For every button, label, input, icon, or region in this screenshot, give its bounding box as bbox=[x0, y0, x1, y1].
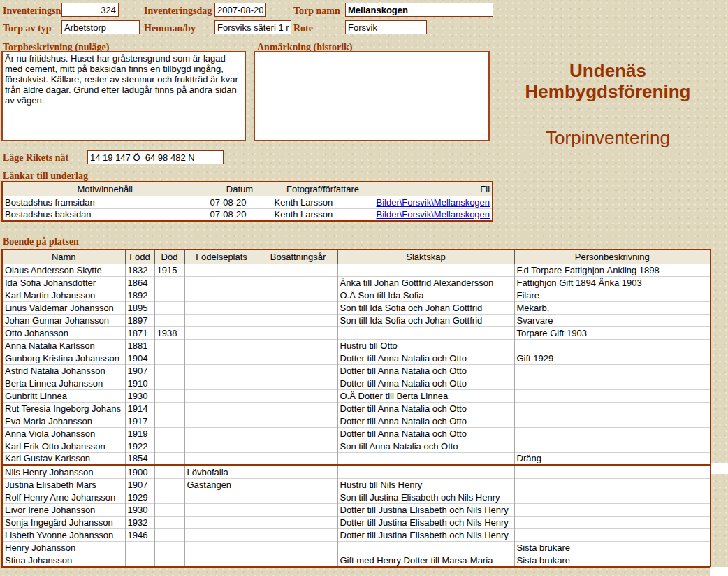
resident-bosattningsar-cell bbox=[259, 289, 337, 301]
rote-label: Rote bbox=[293, 23, 313, 34]
hemman-by-input[interactable] bbox=[214, 20, 291, 34]
link-fil-cell: Bilder\Forsvik\Mellanskogen bbox=[374, 208, 493, 221]
resident-slaktskap-cell bbox=[337, 466, 514, 479]
resident-fodelseplats-cell bbox=[184, 491, 259, 504]
resident-personbeskrivning-cell bbox=[514, 427, 711, 440]
resident-bosattningsar-cell bbox=[259, 452, 337, 465]
file-link[interactable]: Bilder\Forsvik\Mellanskogen bbox=[377, 197, 490, 208]
resident-bosattningsar-cell bbox=[259, 339, 337, 352]
resident-fodd-cell bbox=[125, 542, 154, 554]
resident-dod-cell: 1915 bbox=[154, 264, 184, 276]
inventeringsnr-input[interactable] bbox=[61, 3, 119, 17]
rote-input[interactable] bbox=[345, 20, 427, 34]
resident-personbeskrivning-cell bbox=[514, 415, 711, 427]
resident-slaktskap-cell: Dotter till Justina Elisabeth och Nils H… bbox=[337, 517, 514, 529]
resident-personbeskrivning-cell: Filare bbox=[514, 289, 711, 301]
resident-fodd-cell: 1892 bbox=[125, 289, 154, 301]
lage-input[interactable] bbox=[87, 150, 224, 164]
resident-row: Astrid Natalia Johansson 1907 Dotter til… bbox=[2, 364, 711, 377]
residents-col-namn: Namn bbox=[2, 250, 125, 264]
resident-row: Karl Erik Otto Johansson 1922 Son till A… bbox=[2, 440, 711, 452]
resident-namn-cell: Otto Johansson bbox=[2, 326, 125, 339]
org-title-line2: Hembygdsförening bbox=[493, 81, 723, 102]
resident-bosattningsar-cell bbox=[259, 402, 337, 415]
resident-slaktskap-cell: Dotter till Anna Natalia och Otto bbox=[337, 402, 514, 415]
resident-personbeskrivning-cell bbox=[514, 389, 711, 402]
resident-dod-cell: 1938 bbox=[154, 326, 184, 339]
resident-fodelseplats-cell bbox=[184, 504, 259, 517]
torp-av-typ-input[interactable] bbox=[61, 20, 140, 34]
background-seam bbox=[710, 567, 728, 576]
resident-fodelseplats-cell bbox=[184, 289, 259, 301]
resident-personbeskrivning-cell: F.d Torpare Fattighjon Änkling 1898 bbox=[514, 264, 711, 276]
link-fil-cell: Bilder\Forsvik\Mellanskogen bbox=[374, 196, 493, 208]
resident-personbeskrivning-cell: Gift 1929 bbox=[514, 352, 711, 364]
file-link[interactable]: Bilder\Forsvik\Mellanskogen bbox=[377, 209, 490, 219]
resident-bosattningsar-cell bbox=[259, 326, 337, 339]
resident-slaktskap-cell: Dotter till Anna Natalia och Otto bbox=[337, 415, 514, 427]
resident-personbeskrivning-cell bbox=[514, 491, 711, 504]
resident-fodelseplats-cell bbox=[184, 377, 259, 389]
resident-namn-cell: Rolf Henry Arne Johansson bbox=[2, 491, 125, 504]
resident-namn-cell: Sonja Ingegärd Johansson bbox=[2, 517, 125, 529]
resident-fodd-cell: 1900 bbox=[125, 466, 154, 479]
resident-row: Sonja Ingegärd Johansson 1932 Dotter til… bbox=[2, 517, 711, 529]
resident-row: Gunborg Kristina Johansson 1904 Dotter t… bbox=[2, 352, 711, 364]
resident-personbeskrivning-cell bbox=[514, 479, 711, 491]
resident-namn-cell: Karl Erik Otto Johansson bbox=[2, 440, 125, 452]
resident-namn-cell: Gunborg Kristina Johansson bbox=[2, 352, 125, 364]
resident-row: Stina Johansson Gift med Henry Dotter ti… bbox=[2, 554, 711, 567]
resident-namn-cell: Eivor Irene Johansson bbox=[2, 504, 125, 517]
resident-fodd-cell: 1907 bbox=[125, 364, 154, 377]
resident-personbeskrivning-cell bbox=[514, 504, 711, 517]
resident-row: Berta Linnea Johansson 1910 Dotter till … bbox=[2, 377, 711, 389]
resident-personbeskrivning-cell: Sista brukare bbox=[514, 542, 711, 554]
resident-bosattningsar-cell bbox=[259, 479, 337, 491]
resident-fodd-cell: 1919 bbox=[125, 427, 154, 440]
inventeringsdag-input[interactable] bbox=[214, 3, 266, 17]
torpinventering-page: Inventeringsnr Inventeringsdag Torp namn… bbox=[0, 0, 728, 576]
resident-row: Otto Johansson 1871 1938 Torpare Gift 19… bbox=[2, 326, 711, 339]
resident-namn-cell: Olaus Andersson Skytte bbox=[2, 264, 125, 276]
resident-slaktskap-cell bbox=[337, 326, 514, 339]
torpbeskrivning-textarea[interactable]: Är nu fritidshus. Huset har gråstensgrun… bbox=[1, 51, 246, 141]
resident-dod-cell bbox=[154, 479, 184, 491]
resident-row: Rut Teresia Ingeborg Johans 1914 Dotter … bbox=[2, 402, 711, 415]
resident-personbeskrivning-cell: Fattighjon Gift 1894 Änka 1903 bbox=[514, 276, 711, 289]
resident-namn-cell: Lisbeth Yvonne Johansson bbox=[2, 529, 125, 542]
resident-personbeskrivning-cell bbox=[514, 402, 711, 415]
resident-row: Johan Gunnar Johansson 1897 Son till Ida… bbox=[2, 314, 711, 326]
resident-fodd-cell: 1881 bbox=[125, 339, 154, 352]
resident-row: Anna Natalia Karlsson 1881 Hustru till O… bbox=[2, 339, 711, 352]
resident-fodelseplats-cell bbox=[184, 542, 259, 554]
resident-dod-cell bbox=[154, 276, 184, 289]
torp-av-typ-label: Torp av typ bbox=[3, 23, 52, 34]
resident-bosattningsar-cell bbox=[259, 264, 337, 276]
resident-slaktskap-cell: Dotter till Anna Natalia och Otto bbox=[337, 427, 514, 440]
resident-namn-cell: Linus Valdemar Johansson bbox=[2, 301, 125, 314]
resident-slaktskap-cell: Hustru till Nils Henry bbox=[337, 479, 514, 491]
resident-slaktskap-cell: Gift med Henry Dotter till Marsa-Maria bbox=[337, 554, 514, 567]
resident-fodd-cell: 1930 bbox=[125, 389, 154, 402]
resident-dod-cell bbox=[154, 289, 184, 301]
resident-slaktskap-cell: Son till Justina Elisabeth och Nils Henr… bbox=[337, 491, 514, 504]
resident-fodelseplats-cell bbox=[184, 301, 259, 314]
resident-bosattningsar-cell bbox=[259, 427, 337, 440]
resident-row: Nils Henry Johansson 1900 Lövbofalla bbox=[2, 466, 711, 479]
resident-fodd-cell: 1917 bbox=[125, 415, 154, 427]
resident-slaktskap-cell: Dotter till Anna Natalia och Otto bbox=[337, 364, 514, 377]
resident-fodelseplats-cell bbox=[184, 276, 259, 289]
resident-bosattningsar-cell bbox=[259, 517, 337, 529]
anmarkning-textarea[interactable] bbox=[254, 51, 490, 141]
resident-dod-cell bbox=[154, 352, 184, 364]
resident-fodelseplats-cell bbox=[184, 339, 259, 352]
resident-fodelseplats-cell bbox=[184, 326, 259, 339]
resident-personbeskrivning-cell: Mekarb. bbox=[514, 301, 711, 314]
resident-fodelseplats-cell bbox=[184, 427, 259, 440]
resident-bosattningsar-cell bbox=[259, 314, 337, 326]
resident-namn-cell: Stina Johansson bbox=[2, 554, 125, 567]
torp-namn-input[interactable] bbox=[345, 3, 493, 17]
resident-fodd-cell: 1832 bbox=[125, 264, 154, 276]
resident-fodelseplats-cell bbox=[184, 389, 259, 402]
resident-namn-cell: Anna Natalia Karlsson bbox=[2, 339, 125, 352]
